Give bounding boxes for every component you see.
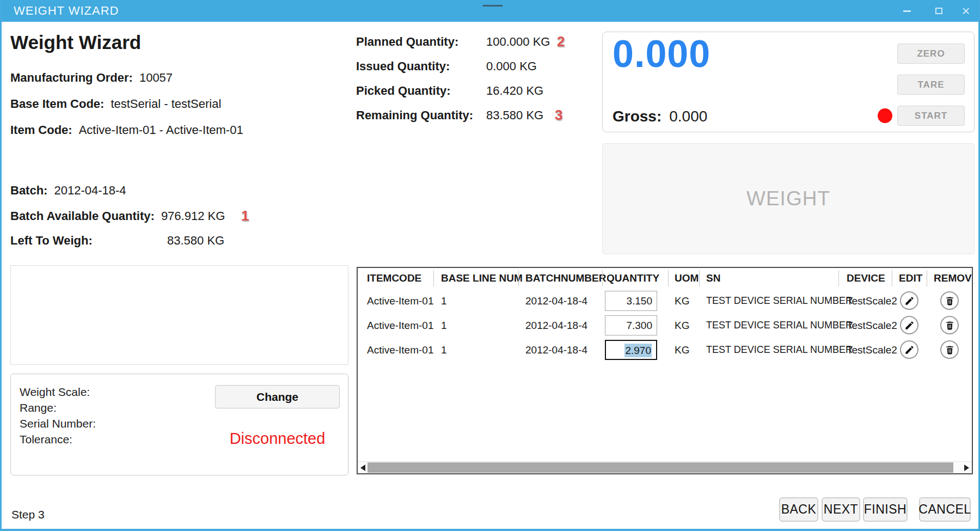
cell-base-line-num: 1 — [441, 289, 447, 313]
base-item-code-value: testSerial - testSerial — [111, 97, 221, 111]
maximize-button[interactable] — [926, 0, 951, 22]
change-scale-button[interactable]: Change — [215, 385, 340, 408]
cell-itemcode: Active-Item-01 — [367, 313, 433, 338]
col-header-edit: EDIT — [899, 268, 922, 289]
planned-quantity-row: Planned Quantity:100.000 KG — [356, 35, 550, 49]
table-horizontal-scrollbar[interactable] — [358, 461, 972, 473]
remove-row-button[interactable] — [940, 340, 959, 359]
edit-row-button[interactable] — [900, 316, 918, 334]
weight-display-panel: WEIGHT — [602, 143, 975, 254]
header-separator — [602, 270, 603, 286]
close-button[interactable]: × — [953, 0, 978, 22]
batch-available-quantity-row: Batch Available Quantity:976.912 KG — [10, 209, 225, 223]
issued-quantity-label: Issued Quantity: — [356, 59, 486, 74]
manufacturing-order-label: Manufacturing Order: — [10, 71, 133, 84]
col-header-base-line-num: BASE LINE NUM — [441, 268, 523, 289]
remove-row-button[interactable] — [940, 316, 959, 334]
quantity-input-focused[interactable]: 2.970 — [605, 340, 657, 360]
cell-sn: TEST DEVICE SERIAL NUMBER — [706, 338, 853, 362]
cell-sn: TEST DEVICE SERIAL NUMBER — [706, 289, 853, 313]
item-code-label: Item Code: — [10, 123, 72, 137]
selected-text: 2.970 — [624, 344, 652, 357]
zero-button[interactable]: ZERO — [897, 44, 965, 64]
weight-placeholder-text: WEIGHT — [746, 187, 830, 210]
remove-row-button[interactable] — [940, 291, 959, 310]
trash-icon — [945, 320, 955, 331]
table-row: Active-Item-01 1 2012-04-18-4 7.300 KG T… — [358, 313, 972, 338]
remaining-quantity-label: Remaining Quantity: — [356, 108, 486, 123]
step-indicator: Step 3 — [11, 508, 45, 521]
batch-row: Batch:2012-04-18-4 — [10, 184, 126, 198]
manufacturing-order-value: 10057 — [139, 71, 173, 84]
remaining-quantity-value: 83.580 KG — [486, 108, 543, 122]
col-header-itemcode: ITEMCODE — [367, 268, 421, 289]
gross-value: 0.000 — [669, 108, 707, 125]
titlebar: WEIGHT WIZARD × — [2, 0, 978, 22]
quantity-input[interactable]: 3.150 — [605, 291, 657, 311]
cell-batchnumber: 2012-04-18-4 — [525, 289, 587, 313]
cell-device: TestScale2 — [847, 313, 897, 338]
issued-quantity-value: 0.000 KG — [486, 59, 537, 73]
device-labels: Weight Scale: Range: Serial Number: Tole… — [20, 384, 96, 447]
col-header-device: DEVICE — [847, 268, 885, 289]
minimize-button[interactable] — [895, 0, 920, 22]
col-header-uom: UOM — [675, 268, 699, 289]
cell-base-line-num: 1 — [441, 338, 447, 362]
trash-icon — [945, 296, 955, 306]
quantity-input[interactable]: 7.300 — [605, 315, 657, 335]
batch-label: Batch: — [10, 184, 47, 197]
scroll-right-arrow-icon[interactable] — [964, 465, 969, 471]
cell-uom: KG — [675, 289, 689, 313]
scrollbar-thumb[interactable] — [367, 462, 953, 473]
start-button[interactable]: START — [897, 106, 965, 126]
weight-wizard-window: WEIGHT WIZARD × Weight Wizard Manufactur… — [0, 0, 980, 531]
back-button[interactable]: BACK — [779, 497, 818, 522]
cell-device: TestScale2 — [847, 338, 897, 362]
range-label: Range: — [20, 400, 96, 416]
next-button[interactable]: NEXT — [822, 497, 860, 522]
base-item-code-label: Base Item Code: — [10, 97, 104, 111]
pencil-icon — [904, 296, 915, 306]
edit-row-button[interactable] — [900, 340, 918, 359]
header-separator — [668, 270, 669, 286]
cancel-button[interactable]: CANCEL — [919, 497, 971, 522]
item-code-value: Active-Item-01 - Active-Item-01 — [79, 123, 243, 137]
picked-quantity-label: Picked Quantity: — [356, 84, 486, 98]
batch-value: 2012-04-18-4 — [54, 184, 126, 197]
tare-button[interactable]: TARE — [897, 75, 965, 95]
minimize-icon — [903, 10, 911, 12]
scroll-left-arrow-icon[interactable] — [360, 465, 365, 471]
header-separator — [927, 270, 927, 286]
status-dot-icon — [878, 108, 892, 123]
remaining-quantity-row: Remaining Quantity:83.580 KG — [356, 108, 543, 123]
col-header-quantity: QUANTITY — [607, 268, 659, 289]
header-separator — [838, 270, 839, 286]
weight-scale-label: Weight Scale: — [20, 384, 96, 400]
annotation-2: 2 — [557, 33, 565, 50]
connection-status: Disconnected — [215, 430, 340, 448]
cell-itemcode: Active-Item-01 — [367, 289, 433, 313]
edit-row-button[interactable] — [900, 291, 918, 310]
planned-quantity-value: 100.000 KG — [486, 35, 550, 48]
page-title: Weight Wizard — [10, 32, 141, 53]
finish-button[interactable]: FINISH — [863, 497, 908, 522]
cell-uom: KG — [675, 338, 689, 362]
table-row: Active-Item-01 1 2012-04-18-4 2.970 KG T… — [358, 338, 972, 362]
cell-batchnumber: 2012-04-18-4 — [525, 313, 587, 338]
window-title: WEIGHT WIZARD — [14, 0, 119, 22]
col-header-remove: REMOVE — [934, 268, 973, 289]
maximize-icon — [935, 8, 942, 14]
picked-quantity-row: Picked Quantity:16.420 KG — [356, 84, 543, 98]
weighings-table: ITEMCODE BASE LINE NUM BATCHNUMBER QUANT… — [357, 267, 973, 474]
cell-batchnumber: 2012-04-18-4 — [525, 338, 587, 362]
annotation-1: 1 — [241, 207, 249, 224]
header-separator — [433, 270, 434, 286]
col-header-batchnumber: BATCHNUMBER — [525, 268, 606, 289]
top-edge-dash — [483, 5, 503, 7]
manufacturing-order-row: Manufacturing Order:10057 — [10, 71, 173, 85]
header-separator — [892, 270, 892, 286]
scale-reading: 0.000 — [612, 32, 710, 76]
left-to-weigh-row: Left To Weigh:83.580 KG — [10, 234, 224, 248]
gross-label: Gross: — [612, 108, 661, 125]
weight-scale-panel: Weight Scale: Range: Serial Number: Tole… — [10, 374, 348, 475]
